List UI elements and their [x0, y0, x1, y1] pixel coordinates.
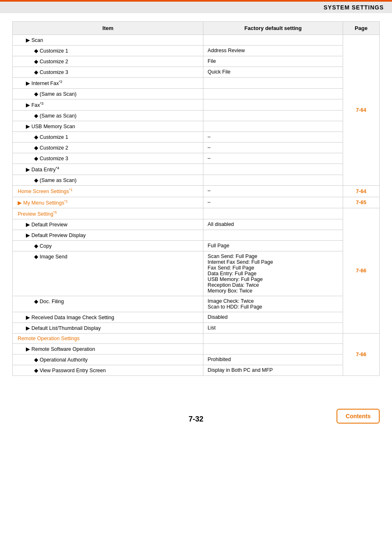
default-cell: –	[203, 153, 343, 164]
default-cell: –	[203, 132, 343, 143]
item-cell: ▶ Default Preview	[13, 219, 203, 230]
settings-table: Item Factory default setting Page ▶ Scan…	[12, 21, 380, 376]
item-cell: ◆ Doc. Filing	[13, 296, 203, 312]
table-row: ▶ Default List/Thumbnail DisplayList	[13, 322, 380, 333]
item-cell: ◆ Image Send	[13, 251, 203, 296]
item-cell: ◆ (Same as Scan)	[13, 89, 203, 99]
item-cell: ▶ Default Preview Display	[13, 230, 203, 240]
table-row: ◆ (Same as Scan)	[13, 111, 380, 121]
item-cell: ◆ Customize 1	[13, 132, 203, 143]
table-row: ◆ Customize 1–	[13, 132, 380, 143]
item-cell: ▶ Internet Fax*2	[13, 78, 203, 89]
item-cell: ▶ USB Memory Scan	[13, 121, 203, 132]
item-cell: ◆ Customize 1	[13, 46, 203, 56]
default-cell: Prohibited	[203, 354, 343, 365]
table-row: ◆ Operational AuthorityProhibited	[13, 354, 380, 365]
table-row: ▶ Internet Fax*2	[13, 78, 380, 89]
page-cell: 7-64	[343, 35, 379, 186]
item-cell: Preview Setting*5	[13, 208, 203, 219]
default-cell	[203, 99, 343, 111]
default-cell: Scan Send: Full PageInternet Fax Send: F…	[203, 251, 343, 296]
item-cell: ▶ Received Data Image Check Setting	[13, 312, 203, 322]
main-content: Item Factory default setting Page ▶ Scan…	[0, 13, 392, 384]
item-cell: ▶ My Menu Settings*1	[13, 197, 203, 208]
table-row: ▶ Received Data Image Check SettingDisab…	[13, 312, 380, 322]
header-bar: SYSTEM SETTINGS	[0, 0, 392, 13]
item-cell: ◆ (Same as Scan)	[13, 175, 203, 186]
col-header-default: Factory default setting	[203, 22, 343, 35]
item-cell: ▶ Fax*3	[13, 99, 203, 111]
default-cell: Full Page	[203, 240, 343, 251]
page-cell: 7-65	[343, 197, 379, 208]
item-cell: ◆ Copy	[13, 240, 203, 251]
default-cell: –	[203, 197, 343, 208]
table-row: ▶ Scan7-64	[13, 35, 380, 46]
item-cell: Home Screen Settings*1	[13, 186, 203, 197]
table-row: ▶ Remote Software Operation	[13, 343, 380, 354]
table-row: ◆ Customize 2File	[13, 56, 380, 67]
item-cell: ◆ Customize 3	[13, 67, 203, 78]
default-cell: Image Check: TwiceScan to HDD: Full Page	[203, 296, 343, 312]
default-cell: File	[203, 56, 343, 67]
table-row: ◆ Customize 3Quick File	[13, 67, 380, 78]
col-header-page: Page	[343, 22, 379, 35]
item-cell: ◆ Customize 2	[13, 143, 203, 153]
default-cell	[203, 121, 343, 132]
default-cell: Display in Both PC and MFP	[203, 365, 343, 375]
item-cell: ▶ Default List/Thumbnail Display	[13, 322, 203, 333]
page-cell: 7-64	[343, 186, 379, 197]
page-number: 7-32	[135, 415, 257, 424]
default-cell: List	[203, 322, 343, 333]
item-cell: ◆ Customize 3	[13, 153, 203, 164]
table-row: ◆ Customize 3–	[13, 153, 380, 164]
default-cell	[203, 175, 343, 186]
table-row: ◆ (Same as Scan)	[13, 89, 380, 99]
table-row: Remote Operation Settings7-66	[13, 333, 380, 343]
table-row: Home Screen Settings*1–7-64	[13, 186, 380, 197]
table-row: ◆ View Password Entry ScreenDisplay in B…	[13, 365, 380, 375]
default-cell: Quick File	[203, 67, 343, 78]
table-row: ▶ My Menu Settings*1–7-65	[13, 197, 380, 208]
table-row: ◆ Customize 2–	[13, 143, 380, 153]
contents-button[interactable]: Contents	[337, 409, 380, 424]
default-cell	[203, 111, 343, 121]
default-cell	[203, 230, 343, 240]
table-row: ◆ Doc. FilingImage Check: TwiceScan to H…	[13, 296, 380, 312]
default-cell	[203, 343, 343, 354]
default-cell	[203, 333, 343, 343]
table-row: ▶ Default PreviewAll disabled	[13, 219, 380, 230]
default-cell	[203, 78, 343, 89]
default-cell: Disabled	[203, 312, 343, 322]
table-row: ▶ Fax*3	[13, 99, 380, 111]
item-cell: ▶ Remote Software Operation	[13, 343, 203, 354]
item-cell: ◆ (Same as Scan)	[13, 111, 203, 121]
default-cell	[203, 208, 343, 219]
item-cell: ▶ Data Entry*4	[13, 164, 203, 175]
default-cell: –	[203, 143, 343, 153]
table-row: Preview Setting*57-66	[13, 208, 380, 219]
table-row: ◆ Customize 1Address Review	[13, 46, 380, 56]
item-cell: Remote Operation Settings	[13, 333, 203, 343]
default-cell	[203, 89, 343, 99]
default-cell	[203, 164, 343, 175]
default-cell: All disabled	[203, 219, 343, 230]
item-cell: ▶ Scan	[13, 35, 203, 46]
item-cell: ◆ Operational Authority	[13, 354, 203, 365]
table-row: ◆ (Same as Scan)	[13, 175, 380, 186]
footer: 7-32 Contents	[0, 401, 392, 432]
table-row: ▶ USB Memory Scan	[13, 121, 380, 132]
table-row: ◆ Image SendScan Send: Full PageInternet…	[13, 251, 380, 296]
item-cell: ◆ Customize 2	[13, 56, 203, 67]
col-header-item: Item	[13, 22, 203, 35]
default-cell	[203, 35, 343, 46]
item-cell: ◆ View Password Entry Screen	[13, 365, 203, 375]
page-cell: 7-66	[343, 208, 379, 333]
default-cell: –	[203, 186, 343, 197]
table-row: ◆ CopyFull Page	[13, 240, 380, 251]
header-title: SYSTEM SETTINGS	[324, 4, 384, 11]
page-cell: 7-66	[343, 333, 379, 375]
table-row: ▶ Data Entry*4	[13, 164, 380, 175]
table-row: ▶ Default Preview Display	[13, 230, 380, 240]
default-cell: Address Review	[203, 46, 343, 56]
